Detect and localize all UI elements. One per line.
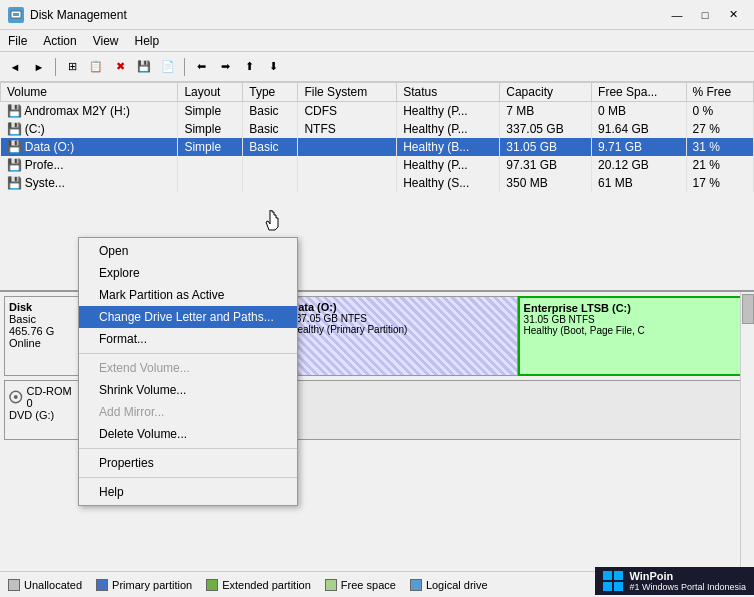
toolbar-down[interactable]: ⬇ [262, 56, 284, 78]
toolbar-sep1 [55, 58, 56, 76]
svg-point-3 [14, 395, 18, 399]
cell-free: 20.12 GB [592, 156, 686, 174]
cell-volume: 💾 Data (O:) [1, 138, 178, 156]
cell-capacity: 350 MB [500, 174, 592, 192]
context-menu-item[interactable]: Mark Partition as Active [79, 284, 297, 306]
cell-status: Healthy (S... [397, 174, 500, 192]
col-fs[interactable]: File System [298, 83, 397, 102]
svg-rect-7 [614, 582, 623, 591]
cell-layout: Simple [178, 102, 243, 121]
disk0-type: Basic [9, 313, 79, 325]
cell-pct: 17 % [686, 174, 753, 192]
disk0-name: Disk [9, 301, 79, 313]
col-pct[interactable]: % Free [686, 83, 753, 102]
menu-help[interactable]: Help [127, 32, 168, 50]
context-menu-item[interactable]: Shrink Volume... [79, 379, 297, 401]
close-button[interactable]: ✕ [720, 5, 746, 25]
window-controls: — □ ✕ [664, 5, 746, 25]
context-menu-separator [79, 477, 297, 478]
context-menu-item[interactable]: Format... [79, 328, 297, 350]
toolbar-right[interactable]: ➡ [214, 56, 236, 78]
context-menu-item[interactable]: Delete Volume... [79, 423, 297, 445]
winpoint-logo-icon [603, 571, 623, 591]
legend-logical-label: Logical drive [426, 579, 488, 591]
legend-unalloc-label: Unallocated [24, 579, 82, 591]
cell-status: Healthy (P... [397, 102, 500, 121]
legend-primary-label: Primary partition [112, 579, 192, 591]
cell-status: Healthy (P... [397, 156, 500, 174]
context-menu-item[interactable]: Open [79, 240, 297, 262]
cell-volume: 💾 Profe... [1, 156, 178, 174]
maximize-button[interactable]: □ [692, 5, 718, 25]
table-row[interactable]: 💾 Syste... Healthy (S... 350 MB 61 MB 17… [1, 174, 754, 192]
col-free[interactable]: Free Spa... [592, 83, 686, 102]
cell-pct: 21 % [686, 156, 753, 174]
toolbar-doc[interactable]: 📄 [157, 56, 179, 78]
toolbar-sep2 [184, 58, 185, 76]
table-row[interactable]: 💾 (C:) Simple Basic NTFS Healthy (P... 3… [1, 120, 754, 138]
context-menu-item[interactable]: Help [79, 481, 297, 503]
disk0-info: Disk Basic 465.76 G Online [4, 296, 84, 376]
table-row[interactable]: 💾 Data (O:) Simple Basic Healthy (B... 3… [1, 138, 754, 156]
legend-primary-box [96, 579, 108, 591]
cell-free: 0 MB [592, 102, 686, 121]
toolbar: ◄ ► ⊞ 📋 ✖ 💾 📄 ⬅ ➡ ⬆ ⬇ [0, 52, 754, 82]
context-menu-separator [79, 448, 297, 449]
cell-fs [298, 174, 397, 192]
legend-logical: Logical drive [410, 579, 488, 591]
cell-volume: 💾 Andromax M2Y (H:) [1, 102, 178, 121]
toolbar-left[interactable]: ⬅ [190, 56, 212, 78]
cell-layout: Simple [178, 120, 243, 138]
disk-table: Volume Layout Type File System Status Ca… [0, 82, 754, 192]
legend-extended-label: Extended partition [222, 579, 311, 591]
context-menu-item[interactable]: Properties [79, 452, 297, 474]
legend-extended: Extended partition [206, 579, 311, 591]
cell-type: Basic [243, 120, 298, 138]
table-row[interactable]: 💾 Andromax M2Y (H:) Simple Basic CDFS He… [1, 102, 754, 121]
menu-bar: File Action View Help [0, 30, 754, 52]
partition-enterprise[interactable]: Enterprise LTSB (C:) 31.05 GB NTFS Healt… [518, 296, 750, 376]
col-type[interactable]: Type [243, 83, 298, 102]
menu-file[interactable]: File [0, 32, 35, 50]
col-status[interactable]: Status [397, 83, 500, 102]
toolbar-save[interactable]: 💾 [133, 56, 155, 78]
disk0-size: 465.76 G [9, 325, 79, 337]
toolbar-up[interactable]: ⬆ [238, 56, 260, 78]
col-layout[interactable]: Layout [178, 83, 243, 102]
context-menu-separator [79, 353, 297, 354]
cell-fs: CDFS [298, 102, 397, 121]
cell-capacity: 337.05 GB [500, 120, 592, 138]
cell-fs [298, 138, 397, 156]
legend: Unallocated Primary partition Extended p… [0, 571, 754, 597]
toolbar-back[interactable]: ◄ [4, 56, 26, 78]
cell-volume: 💾 (C:) [1, 120, 178, 138]
partition-data[interactable]: Data (O:) 337.05 GB NTFS Healthy (Primar… [285, 296, 517, 376]
minimize-button[interactable]: — [664, 5, 690, 25]
col-capacity[interactable]: Capacity [500, 83, 592, 102]
toolbar-delete[interactable]: ✖ [109, 56, 131, 78]
winpoint-text: WinPoin #1 Windows Portal Indonesia [629, 570, 746, 592]
cell-fs: NTFS [298, 120, 397, 138]
table-row[interactable]: 💾 Profe... Healthy (P... 97.31 GB 20.12 … [1, 156, 754, 174]
toolbar-grid[interactable]: ⊞ [61, 56, 83, 78]
cell-volume: 💾 Syste... [1, 174, 178, 192]
legend-free-box [325, 579, 337, 591]
cell-pct: 0 % [686, 102, 753, 121]
legend-logical-box [410, 579, 422, 591]
legend-unallocated: Unallocated [8, 579, 82, 591]
menu-action[interactable]: Action [35, 32, 84, 50]
toolbar-copy[interactable]: 📋 [85, 56, 107, 78]
cell-free: 61 MB [592, 174, 686, 192]
cell-pct: 31 % [686, 138, 753, 156]
context-menu-item[interactable]: Explore [79, 262, 297, 284]
context-menu-item[interactable]: Change Drive Letter and Paths... [79, 306, 297, 328]
legend-primary: Primary partition [96, 579, 192, 591]
cell-layout: Simple [178, 138, 243, 156]
context-menu: OpenExploreMark Partition as ActiveChang… [78, 237, 298, 506]
scrollbar[interactable] [740, 292, 754, 571]
menu-view[interactable]: View [85, 32, 127, 50]
col-volume[interactable]: Volume [1, 83, 178, 102]
cell-free: 91.64 GB [592, 120, 686, 138]
toolbar-forward[interactable]: ► [28, 56, 50, 78]
cell-type [243, 156, 298, 174]
